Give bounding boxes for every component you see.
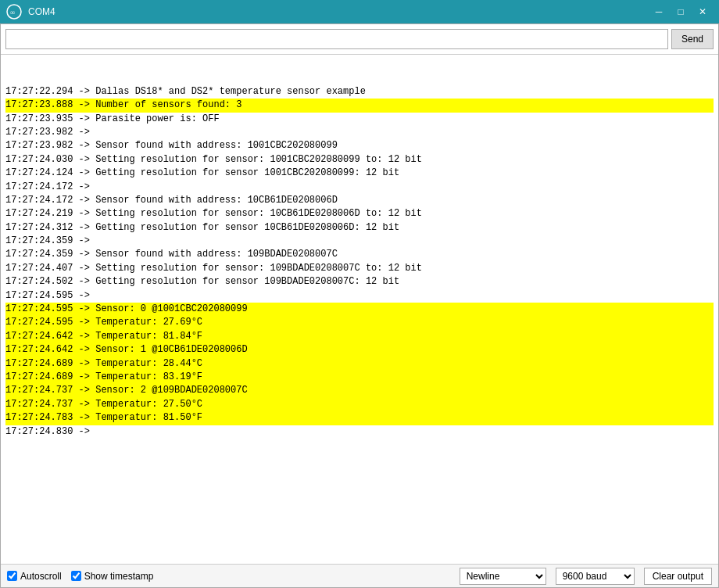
show-timestamp-checkbox[interactable] xyxy=(71,571,81,581)
output-line: 17:27:24.502 -> Getting resolution for s… xyxy=(5,275,714,289)
output-line: 17:27:24.595 -> xyxy=(5,289,714,303)
output-line: 17:27:23.982 -> xyxy=(5,126,714,139)
output-line: 17:27:24.407 -> Setting resolution for s… xyxy=(5,262,714,275)
output-line: 17:27:24.172 -> xyxy=(5,181,714,194)
output-line: 17:27:24.595 -> Temperatur: 27.69°C xyxy=(5,316,714,329)
output-area: 17:27:22.294 -> Dallas DS18* and DS2* te… xyxy=(1,55,718,564)
autoscroll-checkbox[interactable] xyxy=(7,571,17,581)
output-line: 17:27:24.595 -> Sensor: 0 @1001CBC202080… xyxy=(5,303,714,316)
output-line: 17:27:23.888 -> Number of sensors found:… xyxy=(5,99,714,112)
close-button[interactable]: ✕ xyxy=(692,4,713,20)
bottom-bar: Autoscroll Show timestamp No line ending… xyxy=(1,564,718,587)
window-controls: ─ □ ✕ xyxy=(649,4,713,20)
svg-text:∞: ∞ xyxy=(10,9,15,16)
newline-select[interactable]: No line endingNewlineCarriage returnBoth… xyxy=(460,568,546,585)
arduino-logo: ∞ xyxy=(6,4,22,20)
main-window: Send 17:27:22.294 -> Dallas DS18* and DS… xyxy=(0,23,719,588)
output-line: 17:27:24.030 -> Setting resolution for s… xyxy=(5,153,714,167)
minimize-button[interactable]: ─ xyxy=(649,4,669,20)
input-bar: Send xyxy=(1,24,718,55)
clear-output-button[interactable]: Clear output xyxy=(644,568,712,585)
window-title: COM4 xyxy=(28,6,649,17)
output-line: 17:27:24.359 -> xyxy=(5,235,714,248)
output-line: 17:27:24.689 -> Temperatur: 28.44°C xyxy=(5,357,714,371)
titlebar: ∞ COM4 ─ □ ✕ xyxy=(0,0,719,23)
serial-input[interactable] xyxy=(5,29,668,49)
output-line: 17:27:24.359 -> Sensor found with addres… xyxy=(5,248,714,261)
autoscroll-label[interactable]: Autoscroll xyxy=(7,571,62,582)
output-line: 17:27:23.982 -> Sensor found with addres… xyxy=(5,139,714,152)
output-line: 17:27:23.935 -> Parasite power is: OFF xyxy=(5,113,714,126)
show-timestamp-label[interactable]: Show timestamp xyxy=(71,571,154,582)
maximize-button[interactable]: □ xyxy=(671,4,691,20)
output-line: 17:27:24.737 -> Temperatur: 27.50°C xyxy=(5,398,714,411)
output-line: 17:27:22.294 -> Dallas DS18* and DS2* te… xyxy=(5,85,714,99)
baud-select[interactable]: 300 baud1200 baud2400 baud4800 baud9600 … xyxy=(556,568,635,585)
output-line: 17:27:24.172 -> Sensor found with addres… xyxy=(5,194,714,207)
output-line: 17:27:24.124 -> Getting resolution for s… xyxy=(5,167,714,180)
output-line: 17:27:24.689 -> Temperatur: 83.19°F xyxy=(5,371,714,384)
send-button[interactable]: Send xyxy=(671,29,714,49)
output-line: 17:27:24.219 -> Setting resolution for s… xyxy=(5,207,714,220)
output-line: 17:27:24.783 -> Temperatur: 81.50°F xyxy=(5,411,714,425)
output-line: 17:27:24.642 -> Sensor: 1 @10CB61DE02080… xyxy=(5,343,714,357)
output-line: 17:27:24.642 -> Temperatur: 81.84°F xyxy=(5,330,714,343)
output-line: 17:27:24.830 -> xyxy=(5,425,714,439)
output-line: 17:27:24.737 -> Sensor: 2 @109BDADE02080… xyxy=(5,384,714,397)
output-line: 17:27:24.312 -> Getting resolution for s… xyxy=(5,221,714,235)
